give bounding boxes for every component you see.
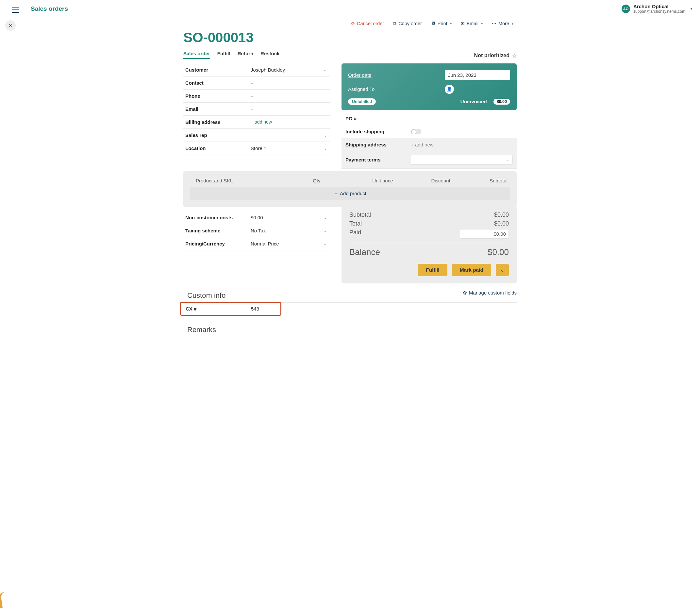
manage-custom-fields-link[interactable]: ✿Manage custom fields: [463, 290, 517, 296]
total-label: Total: [349, 220, 362, 227]
chevron-down-icon: ⌄: [322, 133, 329, 138]
print-dropdown[interactable]: 🖶Print▾: [431, 21, 452, 26]
col-subtotal: Subtotal: [450, 178, 507, 183]
account-avatar: AO: [622, 4, 630, 13]
subtotal-value: $0.00: [494, 211, 509, 218]
order-number-title: SO-000013: [183, 30, 517, 45]
fulfill-button[interactable]: Fulfill: [418, 264, 447, 276]
payment-terms-select[interactable]: ⌄: [411, 155, 513, 165]
star-icon: ☆: [512, 53, 517, 59]
cancel-order-label: Cancel order: [357, 21, 384, 26]
payment-terms-field: Payment terms⌄: [342, 151, 517, 169]
print-label: Print: [438, 21, 447, 26]
chevron-down-icon: ⌄: [322, 67, 329, 72]
priority-label: Not prioritized: [474, 53, 509, 58]
order-details-right: PO #– Include shipping Shipping address+…: [342, 112, 517, 169]
assigned-to-label: Assigned To: [348, 86, 445, 92]
order-details-left: CustomerJoseph Buckley⌄ Contact– Phone– …: [183, 63, 330, 155]
chevron-down-icon: ⌄: [322, 215, 329, 220]
add-product-label: Add product: [340, 191, 366, 196]
gear-icon: ✿: [463, 290, 467, 296]
chevron-down-icon: ⌄: [500, 267, 504, 273]
more-label: More: [498, 21, 509, 26]
order-status-card: Order date Assigned To 👤 Unfulfilled Uni…: [342, 63, 517, 110]
email-field[interactable]: Email–: [183, 103, 330, 116]
location-field[interactable]: LocationStore 1⌄: [183, 142, 330, 155]
order-date-label: Order date: [348, 72, 445, 78]
include-shipping-field: Include shipping: [342, 125, 517, 138]
include-shipping-toggle[interactable]: [411, 129, 421, 134]
email-label: Email: [467, 21, 479, 26]
invoice-status-label: Uninvoiced: [461, 99, 487, 104]
invoice-amount-badge: $0.00: [493, 99, 510, 104]
total-value: $0.00: [494, 220, 509, 227]
col-qty: Qty: [298, 178, 336, 183]
more-actions-button[interactable]: ⌄: [496, 264, 509, 276]
chevron-down-icon: ▾: [691, 7, 692, 11]
custom-field-label: CX #: [186, 306, 251, 311]
page-title: Sales orders: [31, 5, 68, 13]
account-dropdown[interactable]: AO Archon Optical support@archonsystems.…: [622, 4, 692, 14]
products-section: Product and SKU Qty Unit price Discount …: [183, 171, 517, 207]
tab-restock[interactable]: Restock: [260, 51, 279, 59]
fulfillment-status-badge: Unfulfilled: [348, 98, 376, 105]
chevron-down-icon: ⌄: [506, 157, 509, 162]
cancel-icon: ⊘: [351, 21, 355, 26]
col-product: Product and SKU: [196, 178, 298, 183]
chevron-down-icon: ⌄: [322, 228, 329, 233]
mark-paid-button[interactable]: Mark paid: [452, 264, 491, 276]
email-icon: ✉: [461, 21, 465, 26]
add-product-button[interactable]: ＋Add product: [190, 187, 510, 200]
copy-order-button[interactable]: ⧉Copy order: [393, 21, 422, 26]
contact-field[interactable]: Contact–: [183, 76, 330, 90]
more-dropdown[interactable]: ⋯More▾: [492, 21, 513, 26]
po-number-field[interactable]: PO #–: [342, 112, 517, 125]
copy-order-label: Copy order: [398, 21, 422, 26]
tab-fulfill[interactable]: Fulfill: [217, 51, 230, 59]
paid-input[interactable]: [460, 229, 509, 239]
account-name: Archon Optical: [633, 4, 685, 10]
custom-field-value: 543: [251, 306, 259, 311]
balance-label: Balance: [349, 247, 380, 257]
print-icon: 🖶: [431, 21, 435, 26]
assign-user-button[interactable]: 👤: [445, 85, 454, 94]
shipping-address-field[interactable]: Shipping address+ add new: [342, 138, 517, 151]
remarks-title: Remarks: [183, 326, 517, 334]
custom-field-cx-number[interactable]: CX # 543: [180, 302, 281, 316]
balance-value: $0.00: [488, 247, 509, 257]
col-discount: Discount: [393, 178, 450, 183]
cost-settings: Non-customer costs$0.00⌄ Taxing schemeNo…: [183, 211, 330, 250]
billing-address-field[interactable]: Billing address+ add new: [183, 116, 330, 129]
account-email: support@archonsystems.com: [633, 10, 685, 14]
phone-field[interactable]: Phone–: [183, 90, 330, 103]
chevron-down-icon: ⌄: [322, 146, 329, 151]
products-header: Product and SKU Qty Unit price Discount …: [190, 178, 510, 187]
totals-section: Subtotal$0.00 Total$0.00 Paid Balance$0.…: [342, 207, 517, 283]
non-customer-costs-field[interactable]: Non-customer costs$0.00⌄: [183, 211, 330, 224]
manage-custom-fields-label: Manage custom fields: [469, 290, 517, 296]
custom-info-title: Custom info: [183, 291, 226, 300]
close-button[interactable]: ✕: [5, 20, 16, 31]
chevron-down-icon: ⌄: [322, 241, 329, 246]
chevron-down-icon: ▾: [481, 22, 483, 25]
plus-icon: ＋: [334, 191, 338, 196]
tab-sales-order[interactable]: Sales order: [183, 51, 210, 59]
more-icon: ⋯: [492, 21, 497, 26]
user-icon: 👤: [447, 87, 452, 92]
paid-label: Paid: [349, 229, 361, 239]
chevron-down-icon: ▾: [512, 22, 513, 25]
order-tabs: Sales order Fulfill Return Restock: [183, 51, 279, 59]
taxing-scheme-field[interactable]: Taxing schemeNo Tax⌄: [183, 224, 330, 237]
email-dropdown[interactable]: ✉Email▾: [461, 21, 483, 26]
sales-rep-field[interactable]: Sales rep⌄: [183, 129, 330, 142]
cancel-order-button[interactable]: ⊘Cancel order: [351, 21, 384, 26]
subtotal-label: Subtotal: [349, 211, 371, 218]
chevron-down-icon: ▾: [450, 22, 452, 25]
order-date-input[interactable]: [445, 70, 510, 80]
customer-field[interactable]: CustomerJoseph Buckley⌄: [183, 63, 330, 76]
priority-toggle[interactable]: Not prioritized ☆: [474, 53, 517, 59]
menu-icon[interactable]: [12, 7, 19, 13]
col-unit-price: Unit price: [336, 178, 393, 183]
tab-return[interactable]: Return: [238, 51, 253, 59]
pricing-currency-field[interactable]: Pricing/CurrencyNormal Price⌄: [183, 237, 330, 250]
